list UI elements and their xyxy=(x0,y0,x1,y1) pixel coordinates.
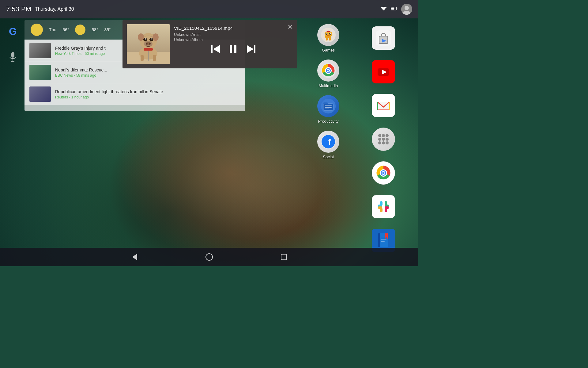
google-search-icon[interactable]: G xyxy=(6,25,20,38)
svg-point-75 xyxy=(386,134,389,137)
left-sidebar: G xyxy=(6,25,20,64)
status-icons xyxy=(380,4,412,15)
microphone-icon[interactable] xyxy=(6,50,20,64)
svg-point-73 xyxy=(378,134,381,137)
media-content: VID_20150412_165914.mp4 Unknown Artist U… xyxy=(123,20,297,68)
svg-rect-92 xyxy=(385,208,387,212)
nav-recent-button[interactable] xyxy=(277,250,291,264)
news-source-1: New York Times - 50 mins ago xyxy=(55,52,106,56)
slack-app[interactable] xyxy=(367,190,400,223)
svg-point-16 xyxy=(153,33,159,41)
nav-home-button[interactable] xyxy=(202,250,216,264)
media-prev-button[interactable] xyxy=(211,45,221,53)
svg-point-36 xyxy=(326,33,327,35)
svg-rect-25 xyxy=(144,48,153,51)
games-label: Games xyxy=(322,48,335,52)
svg-rect-27 xyxy=(211,45,213,53)
social-icon: f xyxy=(317,131,339,153)
media-close-button[interactable]: ✕ xyxy=(287,23,293,31)
weather-temp-3: 35° xyxy=(104,27,111,32)
multimedia-icon xyxy=(317,59,339,82)
svg-point-24 xyxy=(149,43,151,45)
launcher-app[interactable] xyxy=(367,123,400,156)
media-thumbnail xyxy=(127,24,170,64)
news-title-1: Freddie Gray's Injury and t xyxy=(55,46,106,51)
svg-point-18 xyxy=(149,38,153,41)
svg-rect-99 xyxy=(381,240,386,240)
youtube-icon xyxy=(372,60,395,83)
weather-temp-2: 58° xyxy=(92,27,98,32)
status-date: Thursday, April 30 xyxy=(35,6,74,12)
media-next-button[interactable] xyxy=(246,45,255,53)
news-item-3[interactable]: Republican amendment fight threatens Ira… xyxy=(24,83,245,105)
right-apps-right xyxy=(367,21,400,258)
news-thumb-1 xyxy=(29,43,51,58)
multimedia-folder[interactable]: Multimedia xyxy=(312,57,345,90)
news-source-2: BBC News - 58 mins ago xyxy=(55,73,107,78)
svg-rect-72 xyxy=(378,109,389,110)
youtube-app[interactable] xyxy=(367,55,400,88)
news-source-3: Reuters - 1 hour ago xyxy=(55,95,163,99)
svg-rect-98 xyxy=(381,238,386,238)
productivity-folder[interactable]: Productivity xyxy=(312,93,345,126)
svg-text:f: f xyxy=(328,137,331,147)
avatar[interactable] xyxy=(401,4,412,15)
gmail-app[interactable] xyxy=(367,89,400,122)
svg-rect-96 xyxy=(378,233,380,247)
svg-rect-12 xyxy=(141,55,144,61)
play-store-icon xyxy=(372,26,395,50)
svg-point-38 xyxy=(326,33,327,34)
news-content-1: Freddie Gray's Injury and t New York Tim… xyxy=(55,46,106,56)
weather-icon-current xyxy=(31,24,43,36)
svg-rect-54 xyxy=(325,105,332,106)
svg-point-39 xyxy=(330,33,331,34)
right-apps-left: Games Multimedia xyxy=(312,21,345,164)
svg-rect-88 xyxy=(380,201,383,205)
svg-rect-2 xyxy=(391,7,394,10)
svg-point-17 xyxy=(143,38,147,41)
svg-point-37 xyxy=(329,33,331,35)
svg-point-86 xyxy=(383,172,385,174)
weather-day: Thu xyxy=(49,27,56,32)
svg-point-102 xyxy=(206,254,213,260)
svg-point-15 xyxy=(138,33,144,41)
svg-point-81 xyxy=(386,141,389,144)
chrome-icon xyxy=(372,161,395,185)
svg-rect-103 xyxy=(281,254,287,260)
chrome-app[interactable] xyxy=(367,156,400,190)
games-folder[interactable]: Games xyxy=(312,21,345,55)
svg-rect-55 xyxy=(325,107,332,108)
svg-point-49 xyxy=(327,70,329,71)
svg-rect-29 xyxy=(230,45,232,53)
media-pause-button[interactable] xyxy=(230,45,237,53)
gmail-icon xyxy=(372,94,395,117)
svg-rect-43 xyxy=(329,38,331,40)
play-store-app[interactable] xyxy=(367,21,400,55)
slack-icon xyxy=(372,195,395,218)
social-folder[interactable]: f Social xyxy=(312,128,345,161)
wifi-icon xyxy=(380,6,387,13)
svg-rect-7 xyxy=(11,52,14,58)
games-icon xyxy=(317,24,339,46)
svg-point-80 xyxy=(382,141,385,144)
svg-rect-53 xyxy=(323,102,328,104)
svg-point-78 xyxy=(386,138,389,141)
svg-point-5 xyxy=(405,6,409,10)
svg-point-20 xyxy=(151,38,153,40)
multimedia-label: Multimedia xyxy=(319,83,338,88)
productivity-label: Productivity xyxy=(318,119,338,124)
svg-point-23 xyxy=(146,43,148,45)
news-thumb-2 xyxy=(29,65,51,80)
svg-rect-30 xyxy=(234,45,236,53)
pug-illustration xyxy=(127,24,170,64)
weather-icon-thu xyxy=(75,25,85,35)
svg-point-74 xyxy=(382,134,385,137)
svg-rect-94 xyxy=(380,208,383,212)
media-artist: Unknown Artist xyxy=(174,32,293,37)
svg-rect-90 xyxy=(385,201,387,205)
svg-rect-42 xyxy=(326,38,328,40)
svg-point-19 xyxy=(145,38,146,40)
nav-bar xyxy=(0,248,418,266)
media-album: Unknown Album xyxy=(174,37,293,42)
nav-back-button[interactable] xyxy=(128,250,141,264)
